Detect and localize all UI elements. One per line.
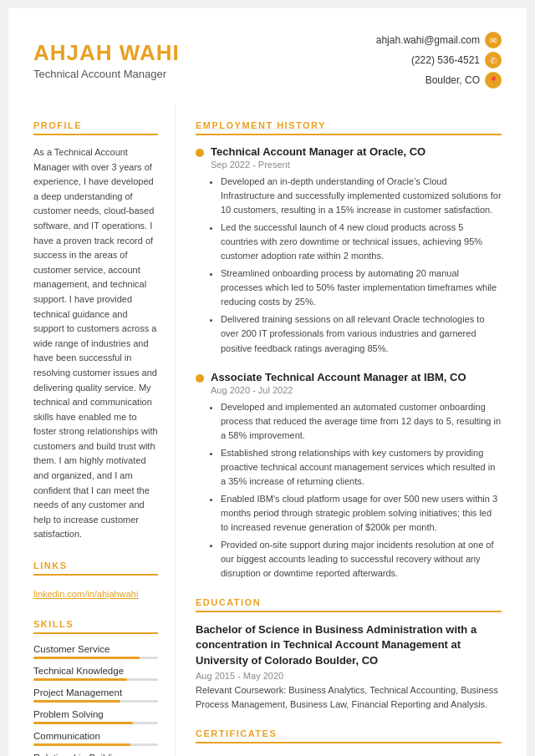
- skill-bar-fill: [33, 678, 127, 681]
- email-text: ahjah.wahi@gmail.com: [376, 34, 480, 46]
- edu-degree: Bachelor of Science in Business Administ…: [196, 622, 502, 668]
- profile-text: As a Technical Account Manager with over…: [33, 145, 158, 542]
- education-section: EDUCATION Bachelor of Science in Busines…: [196, 597, 502, 712]
- education-list: Bachelor of Science in Business Administ…: [196, 622, 502, 712]
- job-dot: [196, 149, 204, 157]
- link-item[interactable]: linkedin.com/in/ahjahwahi: [33, 586, 158, 601]
- skill-item: Communication: [33, 731, 158, 746]
- skill-item: Problem Solving: [33, 709, 158, 724]
- links-section: LINKS linkedin.com/in/ahjahwahi: [33, 561, 158, 601]
- skills-list: Customer Service Technical Knowledge Pro…: [33, 644, 158, 756]
- resume-container: AHJAH WAHI Technical Account Manager ahj…: [8, 8, 527, 756]
- employment-section-title: EMPLOYMENT HISTORY: [196, 120, 502, 135]
- location-row: Boulder, CO 📍: [425, 72, 502, 89]
- skill-bar-fill: [33, 657, 140, 659]
- candidate-name: AHJAH WAHI: [33, 40, 180, 66]
- skill-bar-bg: [33, 722, 158, 724]
- header-right: ahjah.wahi@gmail.com ✉ (222) 536-4521 ✆ …: [376, 32, 502, 89]
- job-bullets: Developed an in-depth understanding of O…: [211, 175, 502, 356]
- skills-section-title: SKILLS: [33, 619, 158, 634]
- bullet-item: Led the successful launch of 4 new cloud…: [221, 221, 502, 263]
- job-header: Technical Account Manager at Oracle, CO: [196, 145, 502, 158]
- skill-name: Problem Solving: [33, 709, 158, 719]
- job-dot: [196, 374, 204, 383]
- job-date: Aug 2020 - Jul 2022: [211, 385, 502, 395]
- profile-section-title: PROFILE: [33, 120, 158, 135]
- email-icon: ✉: [485, 32, 502, 48]
- skill-item: Relationship Building: [33, 753, 158, 756]
- bullet-item: Provided on-site support during major in…: [221, 538, 502, 581]
- skill-name: Technical Knowledge: [33, 666, 158, 676]
- education-section-title: EDUCATION: [196, 597, 502, 612]
- skill-bar-fill: [33, 743, 130, 746]
- phone-icon: ✆: [485, 52, 502, 68]
- header: AHJAH WAHI Technical Account Manager ahj…: [8, 8, 527, 104]
- skill-bar-bg: [33, 678, 158, 681]
- skill-name: Customer Service: [33, 644, 158, 654]
- job-bullets: Developed and implemented an automated c…: [211, 400, 502, 581]
- left-column: PROFILE As a Technical Account Manager w…: [8, 104, 176, 756]
- bullet-item: Developed and implemented an automated c…: [221, 400, 502, 443]
- bullet-item: Developed an in-depth understanding of O…: [221, 175, 502, 217]
- job-title: Associate Technical Account Manager at I…: [211, 371, 466, 383]
- linkedin-link[interactable]: linkedin.com/in/ahjahwahi: [33, 589, 138, 599]
- skill-bar-bg: [33, 657, 158, 659]
- skill-item: Technical Knowledge: [33, 666, 158, 681]
- job-item: Technical Account Manager at Oracle, CO …: [196, 145, 502, 356]
- certificates-section-title: CERTIFICATES: [196, 728, 502, 743]
- email-row: ahjah.wahi@gmail.com ✉: [376, 32, 502, 48]
- location-text: Boulder, CO: [425, 74, 480, 86]
- bullet-item: Delivered training sessions on all relev…: [221, 312, 502, 355]
- job-header: Associate Technical Account Manager at I…: [196, 371, 502, 383]
- job-date: Sep 2022 - Present: [211, 160, 502, 170]
- candidate-title: Technical Account Manager: [33, 68, 180, 80]
- skill-bar-bg: [33, 700, 158, 703]
- skill-bar-fill: [33, 722, 133, 724]
- skill-name: Communication: [33, 731, 158, 741]
- right-column: EMPLOYMENT HISTORY Technical Account Man…: [176, 104, 527, 756]
- phone-row: (222) 536-4521 ✆: [411, 52, 502, 68]
- links-section-title: LINKS: [33, 561, 158, 576]
- header-left: AHJAH WAHI Technical Account Manager: [33, 40, 180, 80]
- skill-name: Project Management: [33, 688, 158, 698]
- edu-date: Aug 2015 - May 2020: [196, 671, 502, 681]
- edu-description: Relevant Coursework: Business Analytics,…: [196, 683, 502, 712]
- profile-section: PROFILE As a Technical Account Manager w…: [33, 120, 158, 542]
- jobs-list: Technical Account Manager at Oracle, CO …: [196, 145, 502, 581]
- employment-section: EMPLOYMENT HISTORY Technical Account Man…: [196, 120, 502, 581]
- body: PROFILE As a Technical Account Manager w…: [8, 104, 527, 756]
- skill-bar-fill: [33, 700, 120, 703]
- phone-text: (222) 536-4521: [411, 54, 480, 66]
- location-icon: 📍: [485, 72, 502, 89]
- job-title: Technical Account Manager at Oracle, CO: [211, 145, 425, 158]
- skill-item: Project Management: [33, 688, 158, 703]
- job-item: Associate Technical Account Manager at I…: [196, 371, 502, 581]
- bullet-item: Streamlined onboarding process by automa…: [221, 266, 502, 309]
- certificates-section: CERTIFICATES Certified Technical Account…: [196, 728, 502, 756]
- bullet-item: Established strong relationships with ke…: [221, 446, 502, 489]
- skill-name: Relationship Building: [33, 753, 158, 756]
- skills-section: SKILLS Customer Service Technical Knowle…: [33, 619, 158, 756]
- bullet-item: Enabled IBM's cloud platform usage for o…: [221, 492, 502, 535]
- skill-bar-bg: [33, 743, 158, 746]
- education-item: Bachelor of Science in Business Administ…: [196, 622, 502, 712]
- skill-item: Customer Service: [33, 644, 158, 659]
